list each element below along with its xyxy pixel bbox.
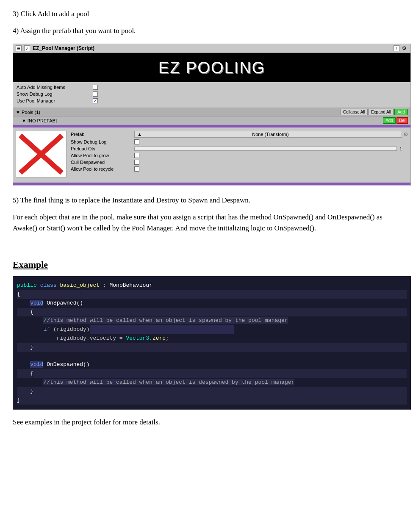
pools-label: ▼ Pools (1) bbox=[16, 110, 341, 115]
add-prefab-button[interactable]: Add bbox=[383, 117, 396, 124]
code-line-8: } bbox=[17, 343, 407, 352]
show-debug-prefab-checkbox[interactable] bbox=[134, 139, 139, 144]
show-debug-checkbox[interactable] bbox=[93, 91, 98, 97]
show-debug-row: Show Debug Log bbox=[17, 91, 407, 97]
prefab-fields: Prefab ▲ None (Transform) ⊙ Show Debug L… bbox=[71, 131, 408, 177]
add-pool-button[interactable]: Add bbox=[394, 109, 408, 115]
prefab-field-label: Prefab bbox=[71, 132, 134, 137]
use-pool-manager-row: Use Pool Manager bbox=[17, 97, 407, 104]
auto-add-checkbox[interactable] bbox=[93, 85, 98, 90]
expand-all-button[interactable]: Expand All bbox=[369, 109, 394, 115]
prefab-settings-icon[interactable]: ⊙ bbox=[404, 131, 408, 137]
code-line-12: //this method will be called when an obj… bbox=[17, 378, 407, 387]
prefab-field-row: Prefab ▲ None (Transform) ⊙ bbox=[71, 131, 408, 138]
auto-add-control bbox=[93, 85, 98, 90]
show-debug-control bbox=[93, 91, 98, 97]
inspector-settings-rows: Auto Add Missing Items Show Debug Log Us… bbox=[13, 82, 410, 106]
code-line-3: void OnSpawned() bbox=[17, 299, 407, 308]
cull-despawned-row: Cull Despawned bbox=[71, 160, 408, 165]
prefab-content: Prefab ▲ None (Transform) ⊙ Show Debug L… bbox=[13, 127, 410, 181]
preload-qty-number: 1 bbox=[399, 146, 408, 151]
ez-banner: EZ POOLING bbox=[13, 53, 410, 82]
code-line-14: } bbox=[17, 396, 407, 405]
step4-text: 4) Assign the prefab that you want to po… bbox=[13, 25, 400, 36]
auto-add-row: Auto Add Missing Items bbox=[17, 84, 407, 91]
step5-text: 5) The final thing is to replace the Ins… bbox=[13, 195, 400, 206]
code-line-11: { bbox=[17, 369, 407, 378]
ez-banner-text: EZ POOLING bbox=[158, 59, 265, 77]
allow-grow-row: Allow Pool to grow bbox=[71, 153, 408, 158]
preload-qty-slider[interactable] bbox=[134, 147, 397, 151]
prefab-thumbnail bbox=[16, 131, 67, 177]
allow-grow-checkbox[interactable] bbox=[134, 153, 139, 158]
see-examples-text: See examples in the project folder for m… bbox=[13, 418, 400, 427]
transform-value: None (Transform) bbox=[252, 132, 288, 137]
prefab-bar: ▼ [NO PREFAB] Add Del bbox=[13, 116, 410, 125]
inspector-checkbox-icon: ✓ bbox=[24, 45, 30, 51]
allow-recycle-control bbox=[134, 166, 408, 172]
allow-recycle-label: Allow Pool to recycle bbox=[71, 166, 134, 172]
code-line-10: void OnDespawned() bbox=[17, 360, 407, 369]
cull-despawned-checkbox[interactable] bbox=[134, 160, 139, 165]
code-line-2: { bbox=[17, 290, 407, 299]
code-line-6: if (rigidbody) bbox=[17, 325, 407, 334]
use-pool-manager-control bbox=[93, 98, 98, 103]
inspector-icon: ☰ bbox=[16, 45, 22, 51]
transform-selector[interactable]: ▲ None (Transform) bbox=[134, 131, 402, 138]
allow-grow-control bbox=[134, 153, 408, 158]
allow-recycle-checkbox[interactable] bbox=[134, 166, 139, 172]
preload-qty-label: Preload Qty bbox=[71, 146, 134, 151]
prefab-label: ▼ [NO PREFAB] bbox=[22, 118, 383, 123]
cull-despawned-label: Cull Despawned bbox=[71, 160, 134, 165]
code-line-13: } bbox=[17, 387, 407, 396]
auto-add-label: Auto Add Missing Items bbox=[17, 85, 93, 90]
show-debug-label: Show Debug Log bbox=[17, 91, 93, 97]
inspector-body: EZ POOLING Auto Add Missing Items Show D… bbox=[13, 53, 410, 185]
allow-grow-label: Allow Pool to grow bbox=[71, 153, 134, 158]
allow-recycle-row: Allow Pool to recycle bbox=[71, 166, 408, 172]
show-debug-prefab-label: Show Debug Log bbox=[71, 139, 134, 144]
step3-text: 3) Click Add to add a pool bbox=[13, 8, 400, 19]
inspector-title: EZ_Pool Manager (Script) bbox=[33, 45, 391, 51]
paragraph-text: For each object that are in the pool, ma… bbox=[13, 212, 400, 234]
preload-qty-row: Preload Qty 1 bbox=[71, 146, 408, 151]
use-pool-manager-label: Use Pool Manager bbox=[17, 98, 93, 103]
x-mark bbox=[16, 131, 66, 177]
inspector-widget: ☰ ✓ EZ_Pool Manager (Script) ? ⚙ EZ POOL… bbox=[13, 44, 411, 186]
purple-bar-bottom bbox=[13, 183, 410, 185]
del-prefab-button[interactable]: Del bbox=[396, 117, 408, 124]
example-heading: Example bbox=[13, 259, 400, 270]
inspector-titlebar: ☰ ✓ EZ_Pool Manager (Script) ? ⚙ bbox=[13, 44, 410, 53]
code-block: public class basic_object : MonoBehaviou… bbox=[13, 276, 411, 410]
show-debug-prefab-control bbox=[134, 139, 408, 144]
prefab-transform-control: ▲ None (Transform) ⊙ bbox=[134, 131, 408, 138]
code-line-5: //this method will be called when an obj… bbox=[17, 316, 407, 325]
code-line-1: public class basic_object : MonoBehaviou… bbox=[17, 281, 407, 290]
inspector-question-icon: ? bbox=[394, 45, 399, 51]
preload-qty-control: 1 bbox=[134, 146, 408, 151]
inspector-gear-icon[interactable]: ⚙ bbox=[402, 45, 408, 51]
collapse-all-button[interactable]: Collapse All bbox=[341, 109, 368, 115]
use-pool-manager-checkbox[interactable] bbox=[93, 98, 98, 103]
cull-despawned-control bbox=[134, 160, 408, 165]
code-line-7: rigidbody.velocity = Vector3.zero; bbox=[17, 334, 407, 343]
code-line-9 bbox=[17, 352, 407, 361]
pools-bar: ▼ Pools (1) Collapse All Expand All Add bbox=[13, 108, 410, 116]
show-debug-prefab-row: Show Debug Log bbox=[71, 139, 408, 144]
code-line-4: { bbox=[17, 308, 407, 317]
transform-icon: ▲ bbox=[137, 132, 142, 137]
